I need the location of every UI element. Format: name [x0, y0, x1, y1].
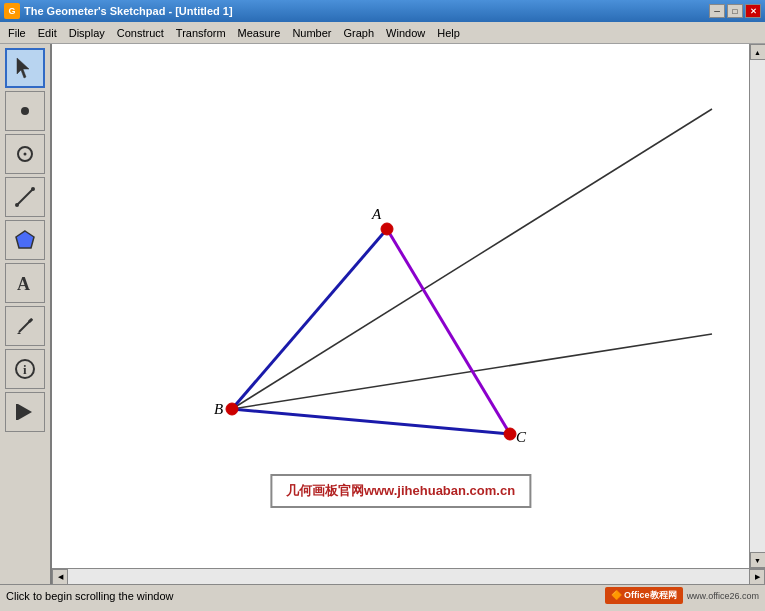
- scroll-down-button[interactable]: ▼: [750, 552, 766, 568]
- svg-text:C: C: [516, 429, 527, 445]
- point-tool[interactable]: [5, 91, 45, 131]
- scroll-track-horizontal[interactable]: [68, 569, 749, 584]
- scrollbar-vertical[interactable]: ▲ ▼: [749, 44, 765, 568]
- canvas-area[interactable]: A B C 几何画板官网www.jihehuaban.com.cn: [52, 44, 749, 568]
- content-area: A i: [0, 44, 765, 584]
- polygon-icon: [13, 228, 37, 252]
- text-tool[interactable]: A: [5, 263, 45, 303]
- status-bar: Click to begin scrolling the window 🔶 Of…: [0, 584, 765, 606]
- play-icon: [13, 400, 37, 424]
- menu-file[interactable]: File: [2, 25, 32, 41]
- svg-point-1: [21, 107, 29, 115]
- watermark: 几何画板官网www.jihehuaban.com.cn: [270, 474, 531, 508]
- svg-marker-14: [18, 404, 32, 420]
- menu-graph[interactable]: Graph: [338, 25, 381, 41]
- svg-point-6: [31, 187, 35, 191]
- svg-point-25: [504, 428, 516, 440]
- office-logo-text: 🔶: [611, 590, 625, 600]
- svg-point-3: [24, 153, 27, 156]
- title-bar-text: The Geometer's Sketchpad - [Untitled 1]: [24, 5, 709, 17]
- menu-number[interactable]: Number: [286, 25, 337, 41]
- menu-window[interactable]: Window: [380, 25, 431, 41]
- app-icon: G: [4, 3, 20, 19]
- app-window: G The Geometer's Sketchpad - [Untitled 1…: [0, 0, 765, 611]
- svg-marker-0: [17, 58, 29, 78]
- compass-icon: [13, 142, 37, 166]
- arrow-icon: [13, 56, 37, 80]
- minimize-button[interactable]: ─: [709, 4, 725, 18]
- scroll-left-button[interactable]: ◀: [52, 569, 68, 585]
- svg-marker-7: [16, 231, 34, 248]
- svg-text:i: i: [23, 362, 27, 377]
- arrow-tool[interactable]: [5, 48, 45, 88]
- info-icon: i: [13, 357, 37, 381]
- svg-text:A: A: [17, 274, 30, 294]
- point-icon: [13, 99, 37, 123]
- svg-line-18: [232, 229, 387, 409]
- office-url: www.office26.com: [687, 591, 759, 601]
- office-logo: 🔶 Office教程网: [605, 587, 683, 604]
- menu-transform[interactable]: Transform: [170, 25, 232, 41]
- menu-help[interactable]: Help: [431, 25, 466, 41]
- svg-marker-10: [17, 332, 21, 334]
- svg-line-16: [232, 109, 712, 409]
- canvas-row: A B C 几何画板官网www.jihehuaban.com.cn ▲: [52, 44, 765, 568]
- maximize-button[interactable]: □: [727, 4, 743, 18]
- canvas-container: A B C 几何画板官网www.jihehuaban.com.cn ▲: [52, 44, 765, 584]
- title-bar: G The Geometer's Sketchpad - [Untitled 1…: [0, 0, 765, 22]
- close-button[interactable]: ✕: [745, 4, 761, 18]
- info-tool[interactable]: i: [5, 349, 45, 389]
- text-icon: A: [13, 271, 37, 295]
- scroll-up-button[interactable]: ▲: [750, 44, 766, 60]
- marker-tool[interactable]: [5, 306, 45, 346]
- status-text: Click to begin scrolling the window: [6, 590, 174, 602]
- svg-point-23: [226, 403, 238, 415]
- menu-bar: File Edit Display Construct Transform Me…: [0, 22, 765, 44]
- menu-display[interactable]: Display: [63, 25, 111, 41]
- menu-measure[interactable]: Measure: [232, 25, 287, 41]
- scroll-track-vertical[interactable]: [750, 60, 765, 552]
- svg-rect-15: [16, 404, 18, 420]
- svg-line-20: [387, 229, 510, 434]
- play-tool[interactable]: [5, 392, 45, 432]
- svg-line-19: [232, 409, 510, 434]
- office-brand: Office教程网: [624, 590, 677, 600]
- svg-point-21: [381, 223, 393, 235]
- title-bar-buttons: ─ □ ✕: [709, 4, 761, 18]
- menu-construct[interactable]: Construct: [111, 25, 170, 41]
- compass-tool[interactable]: [5, 134, 45, 174]
- svg-point-5: [15, 203, 19, 207]
- line-icon: [13, 185, 37, 209]
- svg-text:A: A: [371, 206, 382, 222]
- polygon-tool[interactable]: [5, 220, 45, 260]
- svg-line-4: [17, 189, 33, 205]
- marker-icon: [13, 314, 37, 338]
- scroll-right-button[interactable]: ▶: [749, 569, 765, 585]
- scrollbar-horizontal[interactable]: ◀ ▶: [52, 568, 765, 584]
- line-tool[interactable]: [5, 177, 45, 217]
- tool-panel: A i: [0, 44, 52, 584]
- menu-edit[interactable]: Edit: [32, 25, 63, 41]
- svg-text:B: B: [214, 401, 223, 417]
